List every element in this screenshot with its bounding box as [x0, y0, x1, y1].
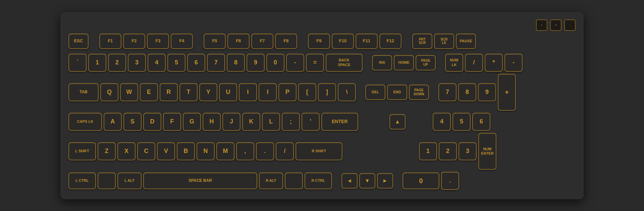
page-down-key[interactable]: PAGEDOWN: [409, 85, 429, 100]
y-key[interactable]: Y: [199, 83, 217, 101]
comma-key[interactable]: ,: [236, 142, 254, 160]
numpad-1-key[interactable]: 1: [419, 142, 437, 160]
semicolon-key[interactable]: ;: [282, 113, 300, 131]
rbracket-key[interactable]: ]: [318, 83, 336, 101]
left-win-key[interactable]: [98, 172, 116, 189]
numpad-4-key[interactable]: 4: [433, 113, 451, 131]
backspace-key[interactable]: BACKSPACE: [326, 54, 363, 72]
f5-key[interactable]: F5: [204, 34, 226, 49]
b-key[interactable]: B: [177, 142, 195, 160]
f12-key[interactable]: F12: [379, 34, 401, 49]
p-key[interactable]: P: [278, 83, 297, 101]
numpad-8-key[interactable]: 8: [458, 83, 476, 101]
f11-key[interactable]: F11: [356, 34, 378, 49]
numpad-3-key[interactable]: 3: [459, 142, 477, 160]
d-key[interactable]: D: [143, 113, 161, 131]
tab-key[interactable]: TAB: [68, 83, 99, 101]
v-key[interactable]: V: [157, 142, 175, 160]
numpad-6-key[interactable]: 6: [472, 113, 490, 131]
t-key[interactable]: T: [179, 83, 198, 101]
numpad-5-key[interactable]: 5: [452, 113, 471, 131]
f1-key[interactable]: F1: [99, 34, 121, 49]
down-arrow-key[interactable]: ▼: [359, 173, 375, 189]
f2-key[interactable]: F2: [123, 34, 145, 49]
i2-key[interactable]: I: [259, 83, 277, 101]
e-key[interactable]: E: [140, 83, 158, 101]
numpad-7-key[interactable]: 7: [438, 83, 457, 101]
slash-key[interactable]: /: [276, 142, 294, 160]
numpad-9-key[interactable]: 9: [478, 83, 496, 101]
f7-key[interactable]: F7: [251, 34, 273, 49]
3-key[interactable]: 3: [128, 54, 146, 72]
minus-key[interactable]: -: [286, 54, 304, 72]
8-key[interactable]: 8: [227, 54, 245, 72]
c-key[interactable]: C: [137, 142, 155, 160]
f4-key[interactable]: F4: [171, 34, 193, 49]
5-key[interactable]: 5: [167, 54, 185, 72]
home-key[interactable]: HOME: [394, 55, 414, 70]
numpad-2-key[interactable]: 2: [439, 142, 457, 160]
left-shift-key[interactable]: L SHIFT: [68, 142, 96, 160]
right-win-key[interactable]: [285, 172, 303, 189]
s-key[interactable]: S: [123, 113, 142, 131]
print-screen-key[interactable]: PRTSCR: [412, 34, 432, 49]
6-key[interactable]: 6: [187, 54, 205, 72]
g-key[interactable]: G: [183, 113, 201, 131]
numpad-decimal-key[interactable]: .: [441, 172, 459, 190]
left-arrow-key[interactable]: ◄: [341, 173, 358, 189]
4-key[interactable]: 4: [148, 54, 166, 72]
f8-key[interactable]: F8: [275, 34, 297, 49]
end-key[interactable]: END: [387, 85, 407, 100]
numpad-multiply-key[interactable]: *: [485, 54, 503, 72]
right-arrow-key[interactable]: ►: [377, 173, 393, 189]
2-key[interactable]: 2: [108, 54, 126, 72]
left-ctrl-key[interactable]: L CTRL: [68, 172, 96, 189]
page-up-key[interactable]: PAGEUP: [416, 55, 436, 70]
numpad-0-key[interactable]: 0: [402, 172, 439, 189]
n-key[interactable]: N: [197, 142, 215, 160]
backtick-key[interactable]: `: [68, 54, 87, 72]
caps-lock-key[interactable]: CAPS LK: [68, 113, 102, 131]
backslash-key[interactable]: \: [338, 83, 356, 101]
r-key[interactable]: R: [160, 83, 178, 101]
left-alt-key[interactable]: L ALT: [117, 172, 142, 189]
num-lock-key[interactable]: NUMLK: [445, 54, 463, 72]
quote-key[interactable]: ': [302, 113, 320, 131]
u-key[interactable]: U: [219, 83, 237, 101]
9-key[interactable]: 9: [247, 54, 265, 72]
1-key[interactable]: 1: [88, 54, 106, 72]
f3-key[interactable]: F3: [147, 34, 169, 49]
up-arrow-key[interactable]: ▲: [389, 114, 406, 129]
w-key[interactable]: W: [120, 83, 138, 101]
f9-key[interactable]: F9: [308, 34, 330, 49]
i-key[interactable]: I: [239, 83, 257, 101]
period-key[interactable]: .: [256, 142, 274, 160]
pause-key[interactable]: PAUSE: [456, 34, 476, 49]
right-alt-key[interactable]: R ALT: [259, 172, 283, 189]
7-key[interactable]: 7: [207, 54, 225, 72]
numpad-plus-key[interactable]: +: [498, 74, 516, 111]
j-key[interactable]: J: [222, 113, 240, 131]
l-key[interactable]: L: [262, 113, 280, 131]
z-key[interactable]: Z: [98, 142, 116, 160]
insert-key[interactable]: INS: [372, 55, 392, 70]
scroll-lock-key[interactable]: SCRLK: [434, 34, 454, 49]
numpad-slash-key[interactable]: /: [465, 54, 483, 72]
equals-key[interactable]: =: [306, 54, 324, 72]
space-key[interactable]: SPACE BAR: [143, 172, 257, 189]
f10-key[interactable]: F10: [332, 34, 354, 49]
delete-key[interactable]: DEL: [365, 85, 385, 100]
h-key[interactable]: H: [203, 113, 221, 131]
numpad-minus-key[interactable]: -: [504, 54, 523, 72]
q-key[interactable]: Q: [100, 83, 118, 101]
0-key[interactable]: 0: [266, 54, 284, 72]
f-key[interactable]: F: [163, 113, 181, 131]
right-shift-key[interactable]: R SHIFT: [296, 142, 342, 160]
k-key[interactable]: K: [242, 113, 260, 131]
m-key[interactable]: M: [216, 142, 234, 160]
lbracket-key[interactable]: [: [298, 83, 316, 101]
right-ctrl-key[interactable]: R CTRL: [305, 172, 332, 189]
numpad-enter-key[interactable]: NUMENTER: [478, 133, 496, 170]
x-key[interactable]: X: [117, 142, 136, 160]
esc-key[interactable]: ESC: [68, 34, 89, 49]
